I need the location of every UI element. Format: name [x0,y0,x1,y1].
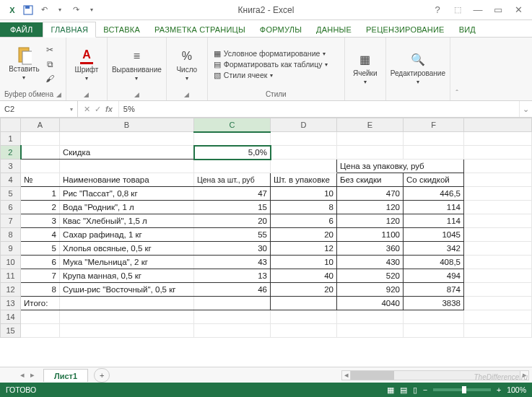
tab-insert[interactable]: ВСТАВКА [96,22,147,37]
copy-icon[interactable]: ⧉ [43,58,57,71]
zoom-slider[interactable] [433,388,491,391]
table-cell[interactable]: 920 [337,283,404,297]
table-cell[interactable]: 8 [271,201,337,214]
maximize-icon[interactable]: ▭ [490,4,506,15]
row-header[interactable]: 14 [1,310,21,324]
table-cell[interactable]: 120 [337,201,404,214]
col-header[interactable]: F [404,118,464,132]
table-cell[interactable]: 360 [337,242,404,256]
table-cell[interactable]: 4 [21,228,60,242]
table-cell[interactable]: 114 [404,214,464,228]
scroll-left-icon[interactable]: ◂ [342,371,351,380]
table-cell[interactable]: 43 [194,256,271,269]
col-header[interactable]: E [337,118,404,132]
launcher-icon[interactable]: ◢ [134,91,139,98]
row-header[interactable]: 8 [1,228,21,242]
zoom-value[interactable]: 100% [507,385,526,394]
table-cell[interactable]: 7 [21,269,60,283]
table-cell[interactable]: Сахар рафинад, 1 кг [60,228,194,242]
table-cell[interactable]: 1045 [404,228,464,242]
table-cell[interactable]: 55 [194,228,271,242]
row-header[interactable]: 3 [1,160,21,173]
table-cell[interactable]: Хлопья овсяные, 0,5 кг [60,242,194,256]
table-cell[interactable]: 13 [194,269,271,283]
save-icon[interactable] [22,4,35,17]
zoom-out-icon[interactable]: − [423,385,427,394]
row-header[interactable]: 11 [1,269,21,283]
row-header[interactable]: 5 [1,187,21,201]
view-page-icon[interactable]: ▤ [400,385,407,394]
row-header[interactable]: 7 [1,214,21,228]
table-cell[interactable]: 430 [337,256,404,269]
col-header[interactable]: A [21,118,60,132]
accept-formula-icon[interactable]: ✓ [95,105,101,114]
sheet-prev-icon[interactable]: ◂ [20,370,25,380]
table-cell[interactable]: 3 [21,214,60,228]
table-cell[interactable]: 6 [21,256,60,269]
cells-button[interactable]: ▦ Ячейки ▾ [349,52,381,85]
tab-data[interactable]: ДАННЫЕ [309,22,359,37]
ribbon-display-icon[interactable]: ⬚ [450,5,466,14]
table-cell[interactable]: 520 [337,269,404,283]
number-button[interactable]: % Число ▾ [171,48,203,82]
name-box[interactable]: C2 ▾ [0,101,78,117]
minimize-icon[interactable]: — [470,4,486,15]
conditional-formatting-button[interactable]: ▦Условное форматирование▾ [212,48,330,58]
undo-icon[interactable]: ↶ [38,4,51,17]
touch-mode-icon[interactable]: ▾ [85,4,98,17]
fx-icon[interactable]: fx [105,105,113,113]
table-cell[interactable]: 46 [194,283,271,297]
col-header[interactable]: B [60,118,194,132]
table-cell[interactable]: 8 [21,283,60,297]
row-header[interactable]: 13 [1,297,21,310]
alignment-button[interactable]: ≡ Выравнивание ▾ [112,48,162,82]
cell-styles-button[interactable]: ▧Стили ячеек▾ [212,70,330,80]
add-sheet-button[interactable]: + [94,368,110,383]
row-header[interactable]: 1 [1,132,21,146]
col-header[interactable]: C [194,118,271,132]
sheet-next-icon[interactable]: ▸ [30,370,35,380]
cut-icon[interactable]: ✂ [43,43,57,56]
spreadsheet-grid[interactable]: A B C D E F 1 2 Скидка 5,0% 3 Цена за уп… [0,118,532,338]
table-cell[interactable]: 20 [271,228,337,242]
table-cell[interactable]: 10 [271,256,337,269]
table-cell[interactable]: Квас "Хлебный", 1,5 л [60,214,194,228]
col-header[interactable] [464,118,532,132]
table-cell[interactable]: 1100 [337,228,404,242]
launcher-icon[interactable]: ◢ [184,91,189,98]
table-cell[interactable]: 114 [404,201,464,214]
close-icon[interactable]: ✕ [510,4,526,15]
table-cell[interactable]: Мука "Мельница", 2 кг [60,256,194,269]
table-cell[interactable]: Рис "Пассат", 0,8 кг [60,187,194,201]
table-cell[interactable]: 6 [271,214,337,228]
tab-file[interactable]: ФАЙЛ [0,22,43,37]
table-cell[interactable]: 15 [194,201,271,214]
format-as-table-button[interactable]: ▤Форматировать как таблицу▾ [212,59,330,69]
row-header[interactable]: 2 [1,146,21,160]
zoom-in-icon[interactable]: + [497,385,501,394]
view-normal-icon[interactable]: ▦ [387,385,394,394]
table-cell[interactable]: Суши-рис "Восточный", 0,5 кг [60,283,194,297]
tab-review[interactable]: РЕЦЕНЗИРОВАНИЕ [359,22,452,37]
row-header[interactable]: 15 [1,324,21,338]
tab-page-layout[interactable]: РАЗМЕТКА СТРАНИЦЫ [147,22,253,37]
table-cell[interactable]: 1 [21,187,60,201]
sheet-tab[interactable]: Лист1 [43,369,88,382]
table-cell[interactable]: Вода "Родник", 1 л [60,201,194,214]
qat-dropdown-icon[interactable]: ▾ [53,4,66,17]
launcher-icon[interactable]: ◢ [84,91,89,98]
table-cell[interactable]: 2 [21,201,60,214]
cancel-formula-icon[interactable]: ✕ [84,105,90,114]
row-header[interactable]: 4 [1,173,21,187]
table-cell[interactable]: 5 [21,242,60,256]
table-cell[interactable]: 12 [271,242,337,256]
format-painter-icon[interactable]: 🖌 [43,72,57,85]
row-header[interactable]: 10 [1,256,21,269]
font-button[interactable]: A Шрифт ▾ [71,48,103,82]
table-cell[interactable]: 47 [194,187,271,201]
tab-view[interactable]: ВИД [452,22,483,37]
table-cell[interactable]: 470 [337,187,404,201]
scroll-thumb[interactable] [351,371,394,380]
tab-formulas[interactable]: ФОРМУЛЫ [253,22,309,37]
table-cell[interactable]: Крупа манная, 0,5 кг [60,269,194,283]
